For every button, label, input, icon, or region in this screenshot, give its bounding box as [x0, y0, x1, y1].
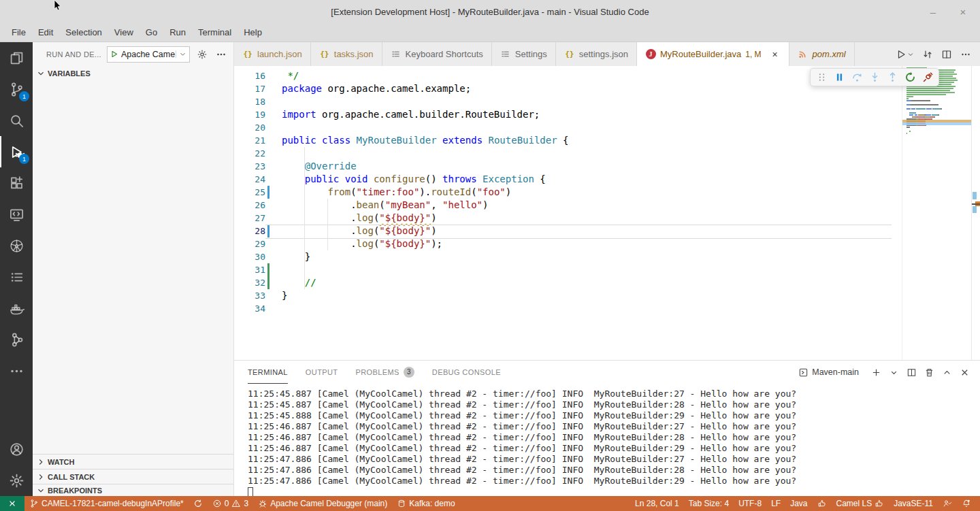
kill-terminal-icon[interactable] — [923, 366, 935, 378]
activity-item-source-control[interactable]: 1 — [0, 73, 33, 105]
activity-item-more[interactable] — [0, 355, 33, 386]
code-line-31[interactable]: 31 — [234, 263, 980, 276]
maximize-panel-icon[interactable] — [941, 366, 953, 378]
activity-item-docker[interactable] — [0, 293, 33, 324]
status-kafka-cluster[interactable]: Kafka: demo — [392, 496, 459, 511]
code-line-27[interactable]: 27 .log("${body}") — [234, 212, 980, 225]
activity-item-search[interactable] — [0, 105, 33, 136]
activity-item-run-and-debug[interactable]: 1 — [0, 136, 33, 167]
more-actions-icon[interactable] — [214, 48, 228, 61]
gutter — [265, 237, 282, 250]
status-encoding[interactable]: UTF-8 — [734, 496, 766, 511]
step-out-button[interactable] — [884, 69, 900, 85]
status-problems[interactable]: 03 — [208, 496, 253, 511]
watch-section-header[interactable]: WATCH — [33, 454, 233, 469]
split-editor-button[interactable] — [941, 48, 953, 61]
code-line-24[interactable]: 24 public void configure() throws Except… — [234, 173, 980, 186]
tab-settings-json[interactable]: {}settings.json — [556, 42, 637, 66]
status-tab-size[interactable]: Tab Size: 4 — [684, 496, 734, 511]
activity-item-account[interactable] — [0, 433, 33, 465]
more-editor-actions-button[interactable] — [960, 48, 972, 61]
terminal-dropdown-icon[interactable] — [887, 366, 900, 378]
minimize-button[interactable]: – — [927, 6, 939, 18]
activity-item-explorer[interactable] — [0, 42, 33, 73]
status-notifications[interactable] — [957, 496, 976, 511]
menu-go[interactable]: Go — [140, 23, 163, 42]
status-language-mode[interactable]: Java — [785, 496, 812, 511]
minimap[interactable] — [902, 66, 971, 360]
code-line-32[interactable]: 32 // — [234, 276, 980, 289]
call-stack-section-header[interactable]: CALL STACK — [33, 469, 233, 484]
code-line-33[interactable]: 33} — [234, 289, 980, 302]
code-line-19[interactable]: 19import org.apache.camel.builder.RouteB… — [234, 108, 980, 121]
activity-item-settings[interactable] — [0, 465, 33, 496]
activity-item-kafka[interactable] — [0, 324, 33, 355]
menu-edit[interactable]: Edit — [32, 23, 59, 42]
tab-keyboard-shortcuts[interactable]: Keyboard Shortcuts — [382, 42, 492, 66]
status-cursor-position[interactable]: Ln 28, Col 1 — [630, 496, 684, 511]
open-changes-button[interactable] — [921, 48, 934, 61]
tab-launch-json[interactable]: {}launch.json — [234, 42, 311, 66]
tab-settings[interactable]: Settings — [492, 42, 556, 66]
menu-selection[interactable]: Selection — [59, 23, 108, 42]
step-into-button[interactable] — [866, 69, 883, 85]
code-line-23[interactable]: 23 @Override — [234, 160, 980, 173]
variables-section-header[interactable]: VARIABLES — [33, 66, 233, 81]
activity-item-containers[interactable] — [0, 261, 33, 293]
status-jdk[interactable]: JavaSE-11 — [889, 496, 938, 511]
activity-item-kubernetes[interactable] — [0, 230, 33, 261]
pause-button[interactable] — [831, 69, 847, 85]
menu-view[interactable]: View — [108, 23, 140, 42]
menu-file[interactable]: File — [5, 23, 32, 42]
status-feedback[interactable] — [938, 496, 957, 511]
code-line-20[interactable]: 20 — [234, 121, 980, 134]
terminal-instance[interactable]: Maven-main — [798, 367, 859, 378]
run-java-button[interactable] — [896, 49, 915, 60]
status-git-branch[interactable]: CAMEL-17821-camel-debugInAProfile* — [24, 496, 189, 511]
debug-configuration-dropdown[interactable]: Apache Came — [107, 46, 190, 63]
status-eol[interactable]: LF — [766, 496, 785, 511]
start-debug-icon[interactable] — [108, 50, 121, 59]
menu-help[interactable]: Help — [238, 23, 268, 42]
close-tab-icon[interactable]: × — [770, 49, 781, 60]
menu-terminal[interactable]: Terminal — [192, 23, 238, 42]
chevron-down-icon[interactable] — [176, 50, 189, 58]
code-line-29[interactable]: 29 .log("${body}"); — [234, 237, 980, 250]
gear-icon[interactable] — [195, 48, 209, 61]
code-line-22[interactable]: 22 — [234, 147, 980, 160]
code-editor[interactable]: 16 */17package org.apache.camel.example;… — [234, 66, 980, 360]
status-camel-ls-status[interactable]: Camel LS — [832, 496, 889, 511]
status-remote-indicator[interactable] — [0, 496, 24, 511]
disconnect-button[interactable] — [919, 69, 936, 85]
tab-myroutebuilder-java[interactable]: JMyRouteBuilder.java1, M× — [637, 42, 789, 66]
code-line-25[interactable]: 25 from("timer:foo").routeId("foo") — [234, 186, 980, 199]
panel-tab-terminal[interactable]: TERMINAL — [248, 361, 288, 384]
error-icon — [212, 499, 222, 508]
activity-item-remote-explorer[interactable] — [0, 199, 33, 230]
close-window-button[interactable]: × — [957, 6, 969, 18]
status-sync[interactable] — [189, 496, 208, 511]
code-line-30[interactable]: 30 } — [234, 250, 980, 263]
close-panel-icon[interactable] — [958, 366, 970, 378]
code-line-18[interactable]: 18 — [234, 95, 980, 108]
panel-tab-debug-console[interactable]: DEBUG CONSOLE — [432, 361, 501, 384]
tab-tasks-json[interactable]: {}tasks.json — [311, 42, 382, 66]
gutter — [265, 212, 282, 225]
breakpoints-section-header[interactable]: BREAKPOINTS — [33, 484, 233, 496]
restart-button[interactable] — [902, 69, 918, 85]
step-over-button[interactable] — [849, 69, 865, 85]
split-terminal-icon[interactable] — [905, 366, 917, 378]
activity-item-extensions[interactable] — [0, 167, 33, 199]
panel-tab-problems[interactable]: PROBLEMS3 — [355, 361, 414, 384]
code-line-28[interactable]: 28 .log("${body}") — [234, 225, 980, 237]
code-line-34[interactable]: 34 — [234, 302, 980, 315]
terminal-output[interactable]: 11:25:45.887 [Camel (MyCoolCamel) thread… — [234, 384, 980, 496]
code-line-26[interactable]: 26 .bean("myBean", "hello") — [234, 199, 980, 212]
status-debugger[interactable]: Apache Camel Debugger (main) — [253, 496, 392, 511]
status-java-status[interactable] — [813, 496, 832, 511]
menu-run[interactable]: Run — [163, 23, 192, 42]
panel-tab-output[interactable]: OUTPUT — [306, 361, 338, 384]
new-terminal-icon[interactable] — [870, 366, 882, 378]
tab-pom-xml[interactable]: pom.xml — [789, 42, 855, 66]
code-line-21[interactable]: 21public class MyRouteBuilder extends Ro… — [234, 134, 980, 147]
